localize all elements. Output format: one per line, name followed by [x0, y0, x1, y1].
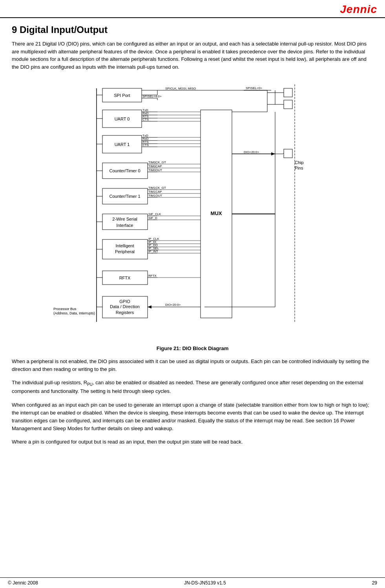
intro-paragraph: There are 21 Digital I/O (DIO) pins, whi…: [12, 40, 373, 71]
proc-bus-label: Processor Bus: [53, 307, 77, 311]
spisel40-label: SPISEL<4:0>: [142, 95, 162, 98]
ip-label2: Peripheral: [115, 249, 134, 254]
svg-text:TIM1CK_GT: TIM1CK_GT: [148, 186, 166, 190]
page-title: 9 Digital Input/Output: [12, 24, 373, 35]
page-header: Jennic: [0, 0, 385, 18]
sif-label: 2-Wire Serial: [112, 217, 137, 221]
svg-marker-110: [271, 152, 275, 155]
svg-text:SIF_CLK: SIF_CLK: [148, 212, 161, 216]
para4: Where a pin is configured for output but…: [12, 438, 373, 446]
sif-label2: Interface: [116, 223, 133, 228]
footer-page-num: 29: [372, 580, 377, 586]
svg-rect-100: [284, 149, 292, 158]
svg-text:DIO<20:0>: DIO<20:0>: [165, 303, 181, 307]
gpio-label2: Data / Direction: [110, 304, 140, 309]
svg-text:TIM1OUT: TIM1OUT: [148, 194, 162, 197]
svg-text:SIF_D: SIF_D: [148, 216, 157, 220]
rftx-label: RFTX: [119, 276, 130, 280]
gpio-label: GPIO: [119, 299, 130, 304]
counter0-label: Counter/Timer 0: [109, 168, 140, 173]
svg-rect-99: [284, 100, 292, 109]
chip-pins-label: Chip: [295, 160, 304, 165]
para1: When a peripheral is not enabled, the DI…: [12, 358, 373, 373]
uart1-label: UART 1: [114, 142, 130, 147]
spiclk-label: SPICLK, MOSI, MISO: [165, 87, 196, 90]
uart0-label: UART 0: [114, 117, 130, 121]
spisel0-label: SPISEL<0>: [246, 86, 262, 90]
proc-bus-label2: (Address, Data, Interrupts): [53, 311, 95, 315]
svg-text:IP_INT: IP_INT: [148, 250, 158, 253]
para3: When configured as an input each pin can…: [12, 401, 373, 433]
page-footer: © Jennic 2008 JN-DS-JN5139 v1.5 29: [0, 577, 385, 588]
gpio-label3: Registers: [115, 310, 134, 315]
counter1-label: Counter/Timer 1: [109, 194, 140, 199]
para2: The individual pull-up resistors, RPU, c…: [12, 379, 373, 395]
page-content: 9 Digital Input/Output There are 21 Digi…: [0, 18, 385, 475]
diagram-container: Processor Bus (Address, Data, Interrupts…: [12, 79, 373, 338]
figure-caption: Figure 21: DIO Block Diagram: [12, 345, 373, 351]
svg-text:TIM1CAP: TIM1CAP: [148, 190, 162, 194]
para2-prefix: The individual pull-up resistors, R: [12, 380, 87, 385]
svg-text:TIM0OUT: TIM0OUT: [148, 168, 162, 172]
svg-text:CTS: CTS: [142, 118, 149, 121]
spi-label: SPI Port: [114, 93, 130, 98]
svg-marker-108: [148, 305, 151, 309]
block-diagram-svg: Processor Bus (Address, Data, Interrupts…: [51, 79, 334, 338]
svg-rect-98: [284, 88, 292, 97]
svg-text:TIM0CAP: TIM0CAP: [148, 164, 162, 168]
svg-text:CTS: CTS: [142, 143, 149, 147]
dio-right-top-label: DIO<20:0>: [244, 150, 259, 154]
footer-doc: JN-DS-JN5139 v1.5: [184, 580, 226, 586]
para2-sub: PU: [87, 382, 93, 387]
mux-label: MUX: [210, 210, 222, 216]
svg-text:RFTX: RFTX: [148, 274, 157, 278]
ip-label: Intelligent: [115, 243, 134, 248]
chip-pins-label2: Pins: [295, 166, 303, 170]
footer-copyright: © Jennic 2008: [8, 580, 38, 586]
company-logo: Jennic: [340, 3, 377, 16]
svg-text:TIM0CK_GT: TIM0CK_GT: [148, 161, 166, 164]
